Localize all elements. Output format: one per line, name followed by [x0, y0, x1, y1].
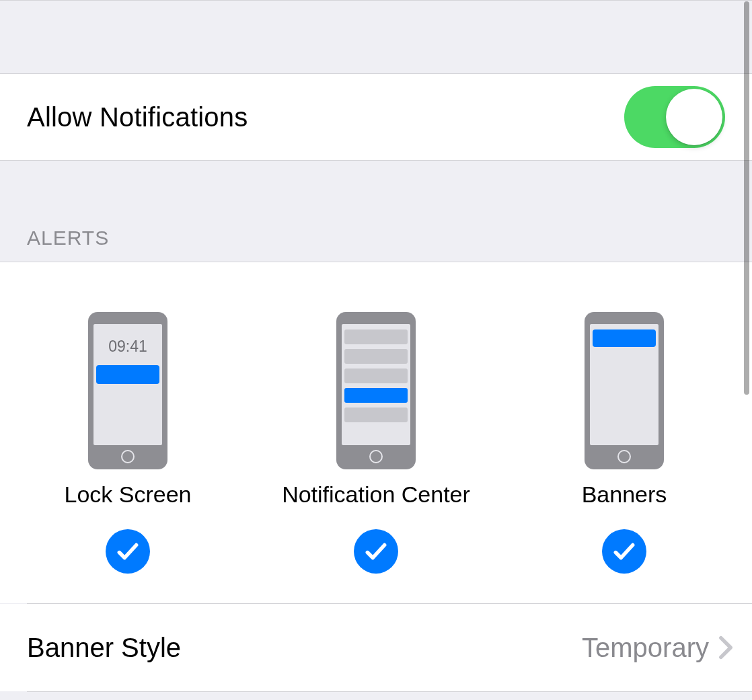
- alerts-panel: 09:41 Lock Screen: [0, 262, 752, 603]
- nc-item-icon: [344, 368, 408, 383]
- notification-center-checkmark-icon: [354, 529, 398, 574]
- phone-home-button-icon: [369, 450, 383, 463]
- banners-phone-screen: [590, 324, 659, 445]
- lock-screen-checkmark-icon: [106, 529, 150, 574]
- banners-checkmark-icon: [602, 529, 646, 574]
- nc-item-icon: [344, 407, 408, 422]
- divider: [27, 691, 752, 692]
- allow-notifications-row: Allow Notifications: [0, 73, 752, 161]
- alert-option-notification-center[interactable]: Notification Center: [275, 312, 477, 574]
- nc-item-icon: [344, 329, 408, 344]
- nc-item-icon: [344, 349, 408, 364]
- lock-screen-phone-icon: 09:41: [88, 312, 167, 469]
- notification-center-label: Notification Center: [282, 481, 470, 508]
- phone-home-button-icon: [121, 450, 135, 463]
- nc-item-highlight-icon: [344, 388, 408, 403]
- alert-options-container: 09:41 Lock Screen: [27, 312, 725, 574]
- banner-style-row[interactable]: Banner Style Temporary: [0, 604, 752, 691]
- lock-screen-banner-icon: [96, 365, 159, 384]
- alerts-section-header: ALERTS: [0, 161, 752, 262]
- notification-center-phone-screen: [342, 324, 410, 445]
- allow-notifications-label: Allow Notifications: [27, 102, 624, 132]
- alert-option-banners[interactable]: Banners: [523, 312, 725, 574]
- lock-screen-label: Lock Screen: [65, 481, 192, 508]
- banners-label: Banners: [582, 481, 667, 508]
- phone-home-button-icon: [617, 450, 631, 463]
- banner-bar-icon: [593, 329, 656, 347]
- lock-screen-phone-screen: 09:41: [93, 324, 162, 445]
- allow-notifications-toggle[interactable]: [624, 86, 725, 148]
- top-spacer: [0, 0, 752, 73]
- toggle-knob: [666, 89, 722, 145]
- chevron-right-icon: [718, 635, 733, 660]
- notification-center-phone-icon: [336, 312, 416, 469]
- lock-screen-time: 09:41: [93, 338, 162, 356]
- banners-phone-icon: [585, 312, 664, 469]
- banner-style-label: Banner Style: [27, 633, 582, 663]
- banner-style-value: Temporary: [582, 633, 709, 663]
- scrollbar[interactable]: [744, 1, 749, 395]
- alerts-header-label: ALERTS: [27, 227, 109, 249]
- alert-option-lock-screen[interactable]: 09:41 Lock Screen: [27, 312, 229, 574]
